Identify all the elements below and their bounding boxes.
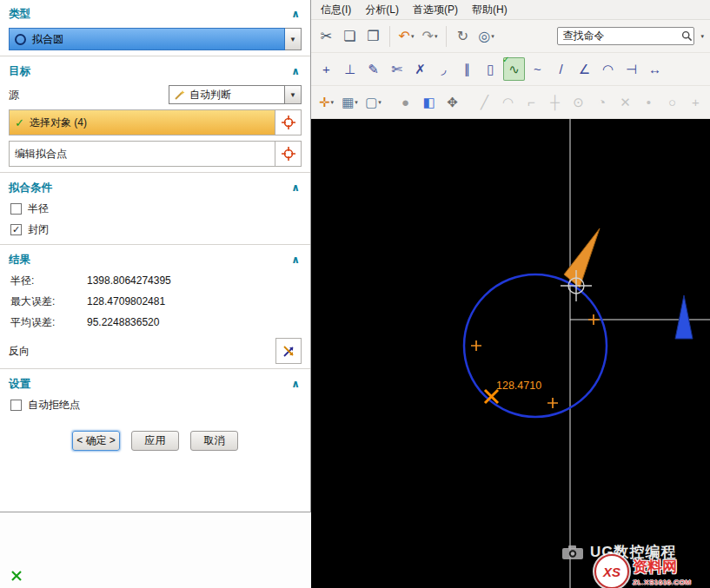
dimension-icon[interactable]: ↔ xyxy=(644,57,666,81)
menu-item-0[interactable]: 信息(I) xyxy=(314,1,358,19)
conditions-section-header[interactable]: 拟合条件 ∧ xyxy=(9,177,302,198)
isometric-view-icon[interactable]: ◧ xyxy=(418,90,440,114)
type-collapse-icon[interactable]: ∧ xyxy=(289,8,302,20)
quick-extend-icon[interactable]: ✗ xyxy=(409,57,431,81)
paste-icon[interactable]: ❐ xyxy=(362,24,384,48)
offset-curve-icon[interactable]: ∥ xyxy=(456,57,478,81)
arc-icon[interactable]: ◠ xyxy=(597,57,619,81)
undo-dropdown-icon[interactable]: ▾ xyxy=(411,33,415,40)
brand-name: 资料网 xyxy=(633,557,691,577)
menu-item-3[interactable]: 帮助(H) xyxy=(465,1,514,19)
snap-intersection-icon[interactable]: ✕ xyxy=(614,90,636,114)
pattern-curve-icon[interactable]: ▯ xyxy=(480,57,501,81)
source-dropdown-arrow-icon[interactable]: ▼ xyxy=(285,85,302,104)
toolbar-separator xyxy=(446,26,447,47)
annotation-icon[interactable]: ✎ xyxy=(362,57,384,81)
menu-item-2[interactable]: 首选项(P) xyxy=(406,1,465,19)
type-dropdown-arrow-icon[interactable]: ▼ xyxy=(285,28,302,50)
command-finder[interactable] xyxy=(557,27,694,45)
type-section-title: 类型 xyxy=(9,7,30,22)
edit-fit-points-field[interactable]: 编辑拟合点 xyxy=(10,142,275,166)
nx-application-window: 信息(I)分析(L)首选项(P)帮助(H) ✂❏❐↶▾↷▾↻◎▾ ▾ +⊥✎✄✗… xyxy=(0,0,710,588)
copy-icon[interactable]: ❏ xyxy=(339,24,361,48)
redo-icon[interactable]: ↷▾ xyxy=(419,24,441,48)
quick-trim-icon[interactable]: ✄ xyxy=(386,57,408,81)
menu-item-1[interactable]: 分析(L) xyxy=(358,1,406,19)
cancel-button[interactable]: 取消 xyxy=(190,431,238,451)
results-section-header[interactable]: 结果 ∧ xyxy=(9,249,302,270)
closed-checkbox[interactable]: ✓ xyxy=(10,224,22,235)
fillet-icon[interactable]: ◞ xyxy=(433,57,455,81)
quick-icon-group: ✂❏❐↶▾↷▾↻◎▾ xyxy=(315,24,498,48)
snap-quadrant-icon[interactable]: ◔ xyxy=(591,90,613,114)
snap-endpoint-icon[interactable]: ⌐ xyxy=(521,90,542,114)
rectangle-select-dropdown-icon[interactable]: ▾ xyxy=(378,99,382,106)
pan-icon[interactable]: ✥ xyxy=(441,90,463,114)
direction-arrow-orange[interactable] xyxy=(564,228,600,287)
ok-button[interactable]: < 确定 > xyxy=(72,431,120,451)
search-icon[interactable] xyxy=(680,30,693,42)
reverse-direction-button[interactable] xyxy=(275,338,302,364)
snap-circle-icon[interactable]: ○ xyxy=(661,90,683,114)
target-collapse-icon[interactable]: ∧ xyxy=(289,65,302,77)
point-icon[interactable]: + xyxy=(315,57,337,81)
fit-curve-icon[interactable]: ∿✓ xyxy=(503,57,525,81)
point-constructor-button[interactable] xyxy=(275,110,301,135)
cut-icon[interactable]: ✂ xyxy=(315,24,337,48)
studio-spline-icon[interactable]: ~ xyxy=(527,57,548,81)
search-input[interactable] xyxy=(558,30,680,43)
quick-access-toolbar: ✂❏❐↶▾↷▾↻◎▾ ▾ xyxy=(311,20,710,53)
type-dropdown[interactable]: 拟合圆 ▼ xyxy=(9,28,302,50)
edit-fit-points-button[interactable] xyxy=(275,142,301,166)
results-collapse-icon[interactable]: ∧ xyxy=(289,254,302,266)
snap-line-icon[interactable]: ╱ xyxy=(474,90,495,114)
conditions-section-title: 拟合条件 xyxy=(9,181,52,195)
result-avg-error-label: 平均误差: xyxy=(10,315,87,330)
undo-icon[interactable]: ↶▾ xyxy=(395,24,417,48)
point-method-icon[interactable]: ✛▾ xyxy=(315,90,337,114)
section-separator xyxy=(0,56,310,56)
snap-plus-icon[interactable]: + xyxy=(685,90,707,114)
angle-icon[interactable]: ∠ xyxy=(574,57,595,81)
redo-dropdown-icon[interactable]: ▾ xyxy=(435,33,438,40)
conditions-collapse-icon[interactable]: ∧ xyxy=(289,182,302,194)
auto-reject-checkbox[interactable] xyxy=(10,400,22,411)
settings-section-header[interactable]: 设置 ∧ xyxy=(9,373,302,394)
repeat-command-icon[interactable]: ↻ xyxy=(452,24,474,48)
infer-wand-icon xyxy=(174,89,185,101)
source-selected-value[interactable]: 自动判断 xyxy=(169,85,285,104)
point-method-dropdown-icon[interactable]: ▾ xyxy=(331,99,335,106)
graphics-viewport[interactable]: 128.4710 UG数控编程 XS 资料网 ZL.XS1616.COM xyxy=(311,119,710,588)
closed-checkbox-label: 封闭 xyxy=(28,222,49,237)
shaded-view-icon[interactable]: ● xyxy=(395,90,416,114)
fit-circle[interactable] xyxy=(464,274,607,417)
settings-collapse-icon[interactable]: ∧ xyxy=(289,378,302,390)
target-section-header[interactable]: 目标 ∧ xyxy=(9,61,302,82)
select-objects-field[interactable]: ✓ 选择对象 (4) xyxy=(10,110,275,135)
search-dropdown-icon[interactable]: ▾ xyxy=(698,33,707,40)
touch-gesture-icon[interactable]: ◎▾ xyxy=(475,24,497,48)
type-selected-value[interactable]: 拟合圆 xyxy=(9,28,285,50)
rectangle-select-icon[interactable]: ▢▾ xyxy=(362,90,384,114)
fit-point-marker[interactable] xyxy=(471,340,481,351)
perpendicular-icon[interactable]: ⊥ xyxy=(339,57,361,81)
snap-midpoint-icon[interactable]: ┼ xyxy=(544,90,566,114)
section-separator xyxy=(0,172,310,173)
fit-point-marker[interactable] xyxy=(547,398,558,408)
radius-checkbox[interactable] xyxy=(10,203,22,215)
snap-arc-icon[interactable]: ◠ xyxy=(497,90,519,114)
touch-gesture-dropdown-icon[interactable]: ▾ xyxy=(491,33,494,40)
slope-icon[interactable]: / xyxy=(550,57,572,81)
selection-scope-dropdown-icon[interactable]: ▾ xyxy=(355,99,358,106)
apply-button[interactable]: 应用 xyxy=(131,431,179,451)
snap-center-icon[interactable]: ⊙ xyxy=(567,90,589,114)
handle-arrow-blue[interactable] xyxy=(675,295,693,339)
selection-scope-icon[interactable]: ▦▾ xyxy=(339,90,361,114)
type-section-header[interactable]: 类型 ∧ xyxy=(9,3,302,24)
constraint-icon[interactable]: ⊣ xyxy=(620,57,642,81)
fit-point-marker[interactable] xyxy=(588,314,599,325)
auto-reject-checkbox-label: 自动拒绝点 xyxy=(28,398,80,413)
max-error-label: 128.4710 xyxy=(496,380,541,392)
source-dropdown[interactable]: 自动判断 ▼ xyxy=(169,85,302,104)
snap-point-icon[interactable]: • xyxy=(638,90,660,114)
